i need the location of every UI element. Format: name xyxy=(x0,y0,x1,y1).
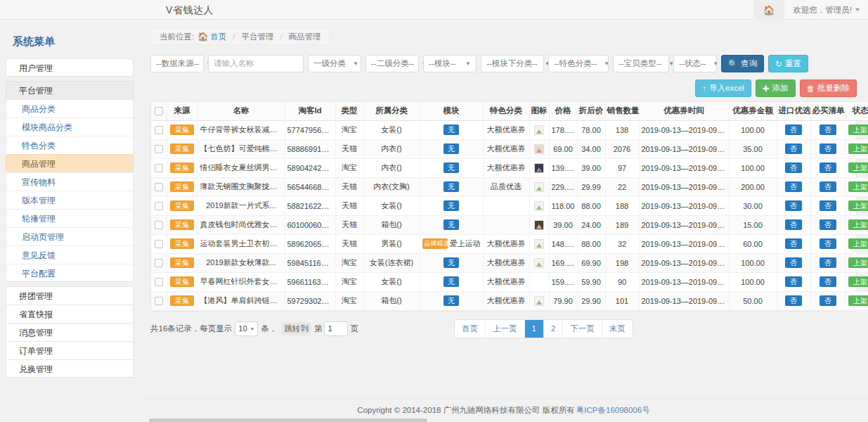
home-icon[interactable]: 🏠 xyxy=(753,0,784,20)
must-buy-toggle[interactable]: 否 xyxy=(820,181,836,192)
breadcrumb-item-platform[interactable]: 平台管理 xyxy=(241,32,273,42)
import-toggle[interactable]: 否 xyxy=(785,200,802,211)
status-select[interactable]: --状态-- ▼ xyxy=(673,55,717,72)
page-last[interactable]: 末页 xyxy=(602,320,633,338)
row-checkbox[interactable] xyxy=(155,297,163,305)
status-badge[interactable]: 上架 xyxy=(848,295,868,306)
page-prev[interactable]: 上一页 xyxy=(486,320,525,338)
must-buy-toggle[interactable]: 否 xyxy=(820,143,836,154)
must-buy-toggle[interactable]: 否 xyxy=(820,124,836,135)
must-buy-toggle[interactable]: 否 xyxy=(820,219,836,230)
import-toggle[interactable]: 否 xyxy=(785,219,802,230)
row-checkbox[interactable] xyxy=(155,202,163,210)
must-buy-toggle[interactable]: 否 xyxy=(820,162,836,173)
sidebar-item-product-category[interactable]: 商品分类 xyxy=(6,99,134,117)
status-badge[interactable]: 上架 xyxy=(848,219,868,230)
page-size-select[interactable]: 10 ▼ xyxy=(235,321,258,336)
sidebar-item-splash-management[interactable]: 启动页管理 xyxy=(6,227,134,245)
status-badge[interactable]: 上架 xyxy=(848,238,868,249)
must-buy-toggle[interactable]: 否 xyxy=(820,257,836,268)
table-row: 采集薄款无钢圈文胸聚拢性...565446685867天猫内衣(文胸)无品质优选… xyxy=(151,177,868,196)
page-first[interactable]: 首页 xyxy=(455,320,486,338)
row-checkbox[interactable] xyxy=(155,126,163,134)
import-toggle[interactable]: 否 xyxy=(785,143,802,154)
sidebar-item-carousel-management[interactable]: 轮播管理 xyxy=(6,209,134,227)
status-badge[interactable]: 上架 xyxy=(848,200,868,211)
sidebar-item-platform-config[interactable]: 平台配置 xyxy=(6,264,134,282)
category1-select[interactable]: 一级分类 ▼ xyxy=(308,55,361,72)
cell-name: 2019新款一片式系... xyxy=(197,196,285,215)
row-checkbox[interactable] xyxy=(155,183,163,191)
module-sub-select[interactable]: --模块下分类-- ▼ xyxy=(481,55,544,72)
sidebar-item-feature-category[interactable]: 特色分类 xyxy=(6,136,134,154)
cell-type: 天猫 xyxy=(335,196,363,215)
sidebar-item-group-buy[interactable]: 拼团管理 xyxy=(6,286,134,305)
row-checkbox[interactable] xyxy=(155,221,163,229)
status-badge[interactable]: 上架 xyxy=(848,143,868,154)
sidebar-item-platform-management[interactable]: 平台管理 xyxy=(6,81,134,99)
source-select[interactable]: --数据来源-- ▼ xyxy=(150,55,204,72)
must-buy-toggle[interactable]: 否 xyxy=(820,200,836,211)
sidebar-item-feedback[interactable]: 意见反馈 xyxy=(6,245,134,264)
module-badge: 无 xyxy=(443,143,459,154)
cell-feature xyxy=(483,215,529,234)
feature-select[interactable]: --特色分类-- ▼ xyxy=(548,55,609,72)
sidebar-item-version-management[interactable]: 版本管理 xyxy=(6,191,134,209)
reset-button[interactable]: ↻ 重置 xyxy=(768,55,808,72)
sidebar-item-exchange-management[interactable]: 兑换管理 xyxy=(6,359,134,378)
user-menu[interactable]: 欢迎您，管理员! xyxy=(784,0,868,20)
sidebar-item-module-product-category[interactable]: 模块商品分类 xyxy=(6,117,134,136)
category2-select[interactable]: --二级分类-- ▼ xyxy=(365,55,419,72)
import-toggle[interactable]: 否 xyxy=(785,257,802,268)
import-toggle[interactable]: 否 xyxy=(785,238,802,249)
cell-icon xyxy=(529,272,549,291)
status-badge[interactable]: 上架 xyxy=(848,124,868,135)
page-1[interactable]: 1 xyxy=(525,320,544,338)
select-all-checkbox[interactable] xyxy=(155,107,163,115)
status-badge[interactable]: 上架 xyxy=(848,257,868,268)
cell-taoke-id: 577479560965 xyxy=(285,120,335,139)
cell-category: 男装() xyxy=(363,234,420,253)
page-next[interactable]: 下一页 xyxy=(563,320,602,338)
batch-delete-button[interactable]: 🗑 批量删除 xyxy=(800,79,857,97)
add-button[interactable]: ✚ 添加 xyxy=(756,79,796,97)
status-badge[interactable]: 上架 xyxy=(848,181,868,192)
product-thumbnail xyxy=(534,220,544,230)
jump-page-input[interactable]: 1 xyxy=(324,321,348,336)
must-buy-toggle[interactable]: 否 xyxy=(820,276,836,287)
item-type-select[interactable]: --宝贝类型-- ▼ xyxy=(613,55,669,72)
import-toggle[interactable]: 否 xyxy=(785,276,802,287)
cell-module: 无 xyxy=(420,139,483,158)
must-buy-toggle[interactable]: 否 xyxy=(820,295,836,306)
import-excel-button[interactable]: ↑ 导入excel xyxy=(695,79,751,97)
row-checkbox[interactable] xyxy=(155,240,163,248)
sidebar-item-user-management[interactable]: 用户管理 xyxy=(6,58,134,77)
sidebar-item-province-news[interactable]: 省直快报 xyxy=(6,305,134,323)
sidebar-item-promo-material[interactable]: 宣传物料 xyxy=(6,172,134,191)
cell-name: 牛仔背带裤女秋装减龄... xyxy=(197,120,285,139)
row-checkbox[interactable] xyxy=(155,278,163,286)
icp-link[interactable]: 粤ICP备16098006号 xyxy=(576,405,650,416)
must-buy-toggle[interactable]: 否 xyxy=(820,238,836,249)
cell-must-buy: 否 xyxy=(810,234,846,253)
page-2[interactable]: 2 xyxy=(544,320,563,338)
sidebar-item-order-management[interactable]: 订单管理 xyxy=(6,341,134,359)
sidebar-item-product-management[interactable]: 商品管理 xyxy=(6,154,134,172)
breadcrumb-link-home[interactable]: 首页 xyxy=(210,32,226,42)
status-badge[interactable]: 上架 xyxy=(848,162,868,173)
row-checkbox[interactable] xyxy=(155,259,163,267)
import-toggle[interactable]: 否 xyxy=(785,181,802,192)
name-input[interactable]: 请输入名称 xyxy=(208,55,304,72)
row-select-cell xyxy=(151,215,167,234)
row-checkbox[interactable] xyxy=(155,145,163,153)
import-toggle[interactable]: 否 xyxy=(785,124,802,135)
search-button[interactable]: 🔍 查询 xyxy=(721,55,764,72)
row-select-cell xyxy=(151,177,167,196)
sidebar-item-message-management[interactable]: 消息管理 xyxy=(6,323,134,341)
status-badge[interactable]: 上架 xyxy=(848,276,868,287)
import-toggle[interactable]: 否 xyxy=(785,162,802,173)
row-checkbox[interactable] xyxy=(155,164,163,172)
import-toggle[interactable]: 否 xyxy=(785,295,802,306)
module-select[interactable]: --模块-- ▼ xyxy=(423,55,477,72)
horizontal-scrollbar[interactable] xyxy=(149,418,427,422)
